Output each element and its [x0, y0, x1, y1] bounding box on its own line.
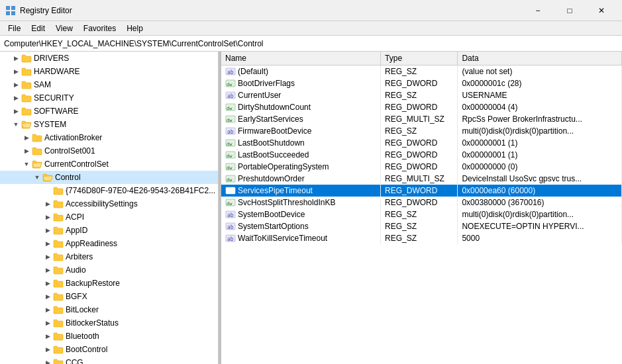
tree-node[interactable]: ▶ SECURITY [0, 91, 218, 105]
folder-icon [53, 318, 64, 328]
menu-item-edit[interactable]: Edit [26, 23, 50, 34]
tree-node[interactable]: ▶ Arbiters [0, 250, 218, 263]
svg-text:ab: ab [227, 224, 234, 230]
cell-type: REG_SZ [381, 232, 458, 244]
cell-name: ab FirmwareBootDevice [221, 125, 381, 137]
tree-node[interactable]: ▶ ACPI [0, 210, 218, 224]
tree-node[interactable]: ▶ BGFX [0, 290, 218, 303]
tree-node[interactable]: ▶ BitLocker [0, 303, 218, 316]
tree-node[interactable]: ▶ Audio [0, 263, 218, 277]
window-controls: − □ ✕ [523, 1, 617, 21]
table-row[interactable]: dw EarlyStartServicesREG_MULTI_SZRpcSs P… [221, 113, 622, 125]
tree-expander-icon: ▶ [11, 53, 21, 64]
minimize-button[interactable]: − [523, 1, 553, 21]
app-icon [5, 5, 16, 16]
tree-node[interactable]: ▶ BitlockerStatus [0, 316, 218, 330]
cell-type: REG_MULTI_SZ [381, 173, 458, 185]
detail-panel[interactable]: Name Type Data ab (Default)REG_SZ(value … [221, 52, 622, 364]
svg-text:dw: dw [227, 154, 233, 159]
tree-node[interactable]: ▼ SYSTEM [0, 118, 218, 131]
tree-node[interactable]: ▼ Control [0, 171, 218, 184]
tree-expander-icon: ▶ [42, 238, 53, 249]
tree-node[interactable]: ▶ BootControl [0, 343, 218, 356]
tree-node[interactable]: ▶ HARDWARE [0, 65, 218, 78]
svg-text:ab: ab [227, 93, 234, 99]
table-row[interactable]: ab WaitToKillServiceTimeoutREG_SZ5000 [221, 232, 622, 244]
table-row[interactable]: ab CurrentUserREG_SZUSERNAME [221, 89, 622, 101]
tree-node[interactable]: ▶ ActivationBroker [0, 131, 218, 144]
table-row[interactable]: dw BootDriverFlagsREG_DWORD0x0000001c (2… [221, 77, 622, 89]
cell-data: 0x0000ea60 (60000) [458, 185, 622, 197]
tree-node-label: Audio [66, 265, 86, 275]
menu-item-favorites[interactable]: Favorites [78, 23, 121, 34]
svg-text:ab: ab [227, 129, 234, 135]
tree-node[interactable]: ▶ SAM [0, 78, 218, 91]
tree-expander-icon: ▼ [21, 159, 32, 169]
tree-panel[interactable]: ▶ DRIVERS▶ HARDWARE▶ SAM▶ SECURITY▶ SOFT… [0, 52, 219, 364]
tree-node-label: HARDWARE [34, 67, 80, 76]
tree-node-label: BGFX [66, 292, 87, 301]
tree-node-label: BackupRestore [66, 279, 120, 288]
tree-node-label: Control [55, 173, 81, 182]
tree-node[interactable]: ▶ AppReadiness [0, 237, 218, 250]
tree-node[interactable]: ▶ CCG [0, 356, 218, 364]
menu-item-file[interactable]: File [3, 23, 26, 34]
tree-node[interactable]: ▶ SOFTWARE [0, 105, 218, 118]
svg-text:dw: dw [227, 82, 233, 87]
table-row[interactable]: dw PreshutdownOrderREG_MULTI_SZDeviceIns… [221, 173, 622, 185]
svg-text:dw: dw [227, 118, 233, 123]
table-row[interactable]: ab (Default)REG_SZ(value not set) [221, 66, 622, 78]
tree-node[interactable]: ▶ BackupRestore [0, 277, 218, 290]
folder-icon [53, 345, 64, 354]
table-row[interactable]: ab SystemStartOptionsREG_SZNOEXECUTE=OPT… [221, 220, 622, 232]
cell-name: dw DirtyShutdownCount [221, 101, 381, 113]
window-title: Registry Editor [20, 6, 72, 15]
cell-type: REG_DWORD [381, 137, 458, 149]
tree-node[interactable]: ▶ ControlSet001 [0, 144, 218, 158]
tree-node[interactable]: ▶ DRIVERS [0, 52, 218, 65]
cell-data: 0x0000001c (28) [458, 77, 622, 89]
tree-node-label: BootControl [66, 345, 107, 354]
registry-value-icon: ab [225, 67, 236, 76]
registry-value-icon: dw [225, 198, 236, 207]
maximize-button[interactable]: □ [554, 1, 585, 21]
tree-node[interactable]: {7746D80F-97E0-4E26-9543-26B41FC2... [0, 184, 218, 197]
cell-name: ab SystemBootDevice [221, 208, 381, 220]
menu-item-help[interactable]: Help [121, 23, 148, 34]
cell-data: 5000 [458, 232, 622, 244]
svg-rect-3 [11, 11, 15, 15]
table-row[interactable]: dw LastBootShutdownREG_DWORD0x00000001 (… [221, 137, 622, 149]
registry-value-icon: ab [225, 210, 236, 219]
cell-type: REG_DWORD [381, 149, 458, 161]
table-row[interactable]: dw PortableOperatingSystemREG_DWORD0x000… [221, 161, 622, 173]
table-row[interactable]: dw DirtyShutdownCountREG_DWORD0x00000004… [221, 101, 622, 113]
cell-name: dw BootDriverFlags [221, 77, 381, 89]
cell-data: DeviceInstall UsoSvc gpsvc trus... [458, 173, 622, 185]
tree-node-label: Arbiters [66, 252, 93, 261]
registry-table: Name Type Data ab (Default)REG_SZ(value … [221, 52, 622, 244]
tree-node[interactable]: ▼ CurrentControlSet [0, 158, 218, 171]
tree-node[interactable]: ▶ AppID [0, 224, 218, 237]
folder-icon [32, 159, 42, 169]
cell-data: USERNAME [458, 89, 622, 101]
tree-expander-icon: ▶ [42, 225, 53, 236]
registry-value-icon: dw [225, 150, 236, 159]
table-row[interactable]: ab SystemBootDeviceREG_SZmulti(0)disk(0)… [221, 208, 622, 220]
close-button[interactable]: ✕ [586, 1, 617, 21]
folder-icon [53, 305, 64, 314]
svg-rect-0 [6, 6, 10, 10]
cell-type: REG_SZ [381, 125, 458, 137]
registry-value-icon: dw [225, 114, 236, 124]
table-row[interactable]: dw ServicesPipeTimeoutREG_DWORD0x0000ea6… [221, 185, 622, 197]
table-row[interactable]: ab FirmwareBootDeviceREG_SZmulti(0)disk(… [221, 125, 622, 137]
cell-name: ab SystemStartOptions [221, 220, 381, 232]
svg-text:dw: dw [227, 165, 233, 171]
cell-type: REG_DWORD [381, 77, 458, 89]
tree-expander-icon: ▶ [11, 93, 21, 103]
tree-node[interactable]: ▶ AccessibilitySettings [0, 197, 218, 210]
table-row[interactable]: dw SvcHostSplitThresholdInKBREG_DWORD0x0… [221, 197, 622, 208]
menu-item-view[interactable]: View [50, 23, 78, 34]
tree-node[interactable]: ▶ Bluetooth [0, 330, 218, 343]
registry-value-icon: ab [225, 126, 236, 136]
table-row[interactable]: dw LastBootSucceededREG_DWORD0x00000001 … [221, 149, 622, 161]
